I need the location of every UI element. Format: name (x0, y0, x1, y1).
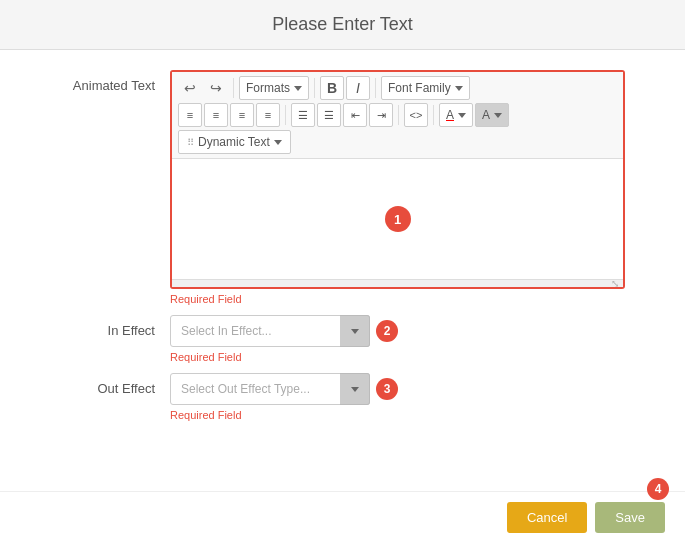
formats-dropdown[interactable]: Formats (239, 76, 309, 100)
ordered-list-button[interactable]: ☰ (317, 103, 341, 127)
dialog-footer: 4 Cancel Save (0, 491, 685, 543)
toolbar-separator-5 (398, 105, 399, 125)
out-effect-step-badge: 3 (376, 378, 398, 400)
out-effect-row: Out Effect Select Out Effect Type... 3 R… (60, 373, 625, 421)
indent-button[interactable]: ⇥ (369, 103, 393, 127)
in-effect-chevron-icon (351, 329, 359, 334)
align-justify-button[interactable]: ≡ (256, 103, 280, 127)
in-effect-select-row: Select In Effect... 2 (170, 315, 625, 347)
dynamic-text-icon: ⠿ (187, 137, 194, 148)
out-effect-required: Required Field (170, 409, 625, 421)
in-effect-row: In Effect Select In Effect... 2 Required… (60, 315, 625, 363)
toolbar-separator-2 (314, 78, 315, 98)
dialog-title: Please Enter Text (20, 14, 665, 35)
editor-resize-handle[interactable]: ⤡ (172, 279, 623, 287)
animated-text-row: Animated Text ↩ ↪ Formats (60, 70, 625, 305)
font-family-chevron-icon (455, 86, 463, 91)
unordered-list-button[interactable]: ☰ (291, 103, 315, 127)
dynamic-text-chevron-icon (274, 140, 282, 145)
align-right-button[interactable]: ≡ (230, 103, 254, 127)
bold-button[interactable]: B (320, 76, 344, 100)
redo-button[interactable]: ↪ (204, 76, 228, 100)
bg-color-chevron-icon (494, 113, 502, 118)
align-left-button[interactable]: ≡ (178, 103, 202, 127)
toolbar-separator-3 (375, 78, 376, 98)
editor-content-area[interactable]: 1 (172, 159, 623, 279)
cancel-button[interactable]: Cancel (507, 502, 587, 533)
font-color-dropdown[interactable]: A (439, 103, 473, 127)
footer-step-badge: 4 (647, 478, 669, 500)
outdent-button[interactable]: ⇤ (343, 103, 367, 127)
in-effect-required: Required Field (170, 351, 625, 363)
out-effect-select-wrapper: Select Out Effect Type... (170, 373, 370, 405)
editor-toolbar: ↩ ↪ Formats B I Fon (172, 72, 623, 159)
undo-button[interactable]: ↩ (178, 76, 202, 100)
animated-text-required: Required Field (170, 293, 625, 305)
dialog-container: Please Enter Text Animated Text ↩ ↪ Form… (0, 0, 685, 543)
out-effect-label: Out Effect (60, 373, 170, 396)
animated-text-label: Animated Text (60, 70, 170, 93)
out-effect-select-row: Select Out Effect Type... 3 (170, 373, 625, 405)
save-button[interactable]: Save (595, 502, 665, 533)
toolbar-row-3: ⠿ Dynamic Text (178, 130, 617, 154)
font-color-chevron-icon (458, 113, 466, 118)
toolbar-separator-4 (285, 105, 286, 125)
toolbar-separator-1 (233, 78, 234, 98)
out-effect-chevron-icon (351, 387, 359, 392)
dialog-header: Please Enter Text (0, 0, 685, 50)
resize-icon: ⤡ (611, 278, 619, 289)
dialog-body: Animated Text ↩ ↪ Formats (0, 50, 685, 491)
in-effect-step-badge: 2 (376, 320, 398, 342)
toolbar-row-2: ≡ ≡ ≡ ≡ ☰ ☰ ⇤ ⇥ <> A (178, 103, 617, 127)
in-effect-label: In Effect (60, 315, 170, 338)
font-family-dropdown[interactable]: Font Family (381, 76, 470, 100)
toolbar-row-1: ↩ ↪ Formats B I Fon (178, 76, 617, 100)
dynamic-text-button[interactable]: ⠿ Dynamic Text (178, 130, 291, 154)
in-effect-select-wrapper: Select In Effect... (170, 315, 370, 347)
align-center-button[interactable]: ≡ (204, 103, 228, 127)
italic-button[interactable]: I (346, 76, 370, 100)
editor-container: ↩ ↪ Formats B I Fon (170, 70, 625, 289)
out-effect-dropdown-button[interactable] (340, 373, 370, 405)
out-effect-field: Select Out Effect Type... 3 Required Fie… (170, 373, 625, 421)
code-button[interactable]: <> (404, 103, 428, 127)
formats-chevron-icon (294, 86, 302, 91)
in-effect-dropdown-button[interactable] (340, 315, 370, 347)
toolbar-separator-6 (433, 105, 434, 125)
dynamic-text-label: Dynamic Text (198, 135, 270, 149)
editor-step-badge: 1 (385, 206, 411, 232)
in-effect-field: Select In Effect... 2 Required Field (170, 315, 625, 363)
bg-color-dropdown[interactable]: A (475, 103, 509, 127)
font-family-label: Font Family (388, 81, 451, 95)
formats-label: Formats (246, 81, 290, 95)
animated-text-field: ↩ ↪ Formats B I Fon (170, 70, 625, 305)
